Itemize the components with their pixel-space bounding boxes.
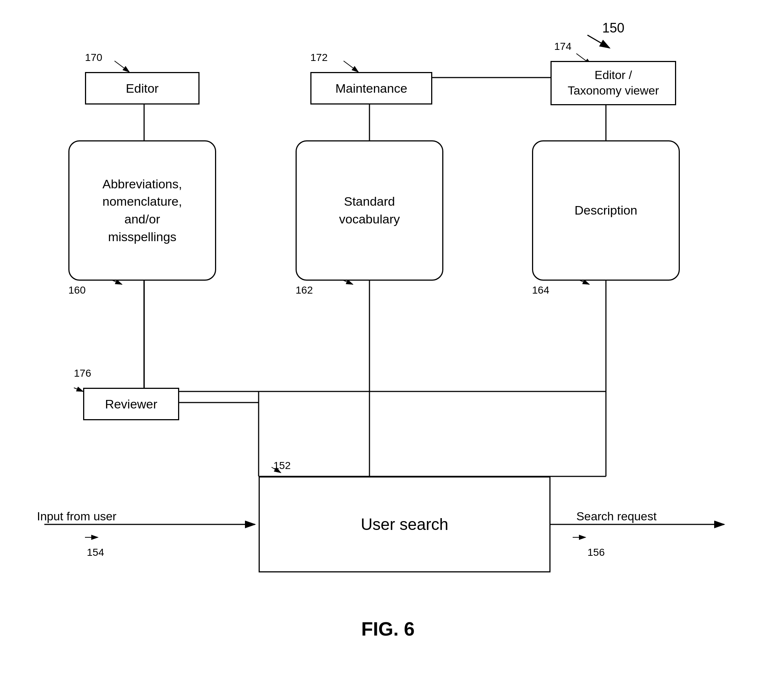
user-search-box: User search [259,476,550,572]
standard-vocab-box: Standard vocabulary [296,140,443,281]
label-160: 160 [68,284,86,296]
label-156: 156 [588,547,605,558]
figure-label: FIG. 6 [314,618,462,640]
editor-taxonomy-box: Editor / Taxonomy viewer [550,61,676,105]
label-172: 172 [310,52,328,64]
editor-box: Editor [85,72,199,105]
input-label: Input from user [37,510,116,523]
svg-line-19 [588,35,609,48]
maintenance-box: Maintenance [310,72,432,105]
label-154: 154 [87,547,104,558]
label-150: 150 [602,20,624,36]
svg-line-20 [115,61,129,72]
diagram-container: 150 Editor 170 Maintenance 172 Editor / … [0,0,784,688]
abbreviations-box: Abbreviations, nomenclature, and/or miss… [68,140,216,281]
label-164: 164 [532,284,549,296]
label-174: 174 [554,41,572,53]
label-152: 152 [273,460,291,471]
label-176: 176 [74,368,91,379]
svg-line-26 [74,388,83,391]
output-label: Search request [576,510,657,523]
reviewer-box: Reviewer [83,388,179,420]
description-box: Description [532,140,680,281]
label-162: 162 [296,284,313,296]
label-170: 170 [85,52,102,64]
svg-line-21 [344,61,358,72]
